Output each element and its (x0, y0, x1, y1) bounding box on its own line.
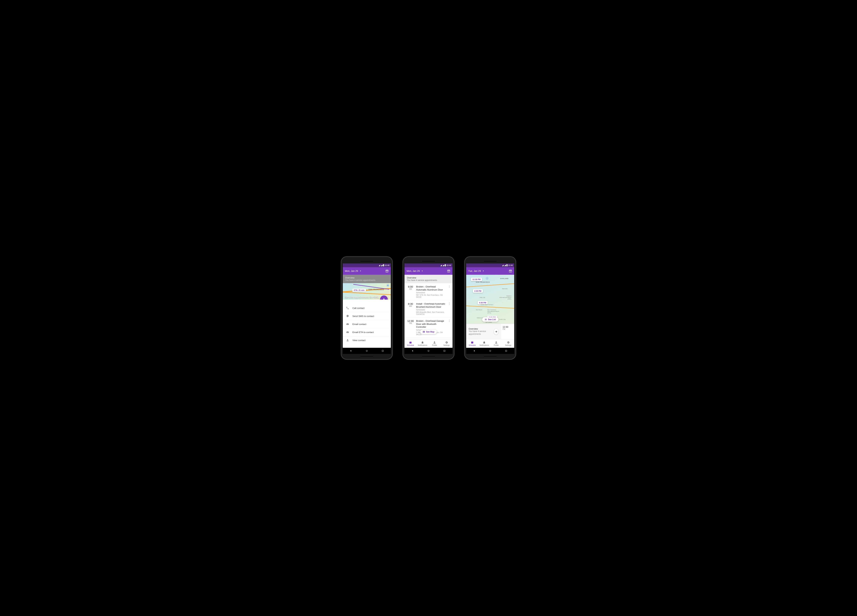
next-appointment-peek[interactable]: 12:30 PM (501, 324, 514, 339)
battery-icon (383, 265, 384, 266)
map-pin[interactable]: 2:30 PM (473, 289, 483, 293)
map-label: SAN FRANCISCO (476, 281, 490, 283)
home-icon[interactable] (489, 350, 492, 352)
see-map-chip[interactable]: See Map (420, 330, 437, 334)
appt-address: 567 27th St, San Francisco, CA 94132 (416, 294, 446, 298)
battery-icon (445, 265, 446, 266)
appointment-row[interactable]: 12:30PM Broken - Overhead Garage Door wi… (404, 317, 453, 337)
tab-notifications[interactable]: Notifications (478, 339, 490, 348)
more-icon[interactable]: ⋮ (448, 302, 451, 315)
phone-speaker (422, 261, 435, 262)
date-selector[interactable]: Mon, Jan 29 (407, 269, 420, 272)
person-icon (433, 341, 436, 344)
svg-rect-27 (485, 320, 485, 320)
status-time: 10:46 (446, 264, 451, 266)
tab-profile[interactable]: Profile (428, 339, 441, 348)
action-email-eta[interactable]: Email ETA to contact (343, 328, 391, 336)
overview-subtitle: You have 4 service appointments (407, 279, 450, 282)
home-icon[interactable] (365, 350, 368, 352)
android-nav-bar (466, 348, 514, 354)
overview-banner: Overview You have 4 service appointments (404, 275, 453, 283)
appt-time: 12:30 (407, 319, 415, 322)
svg-rect-25 (485, 319, 485, 320)
phone-icon (346, 306, 349, 310)
email-icon (346, 331, 349, 334)
tab-schedule[interactable]: Schedule (466, 339, 478, 348)
map-hero[interactable]: ETA: 21 min SAN FRANCISCO Service Appoin… (343, 283, 391, 300)
back-icon[interactable] (350, 350, 352, 352)
phone-mockup-2: 10:46 Mon, Jan 29 ▼ 29 Overview You have… (403, 257, 454, 359)
appt-ampm: AM (407, 305, 415, 307)
android-nav-bar (404, 348, 453, 354)
appointment-row[interactable]: 6:00AM Broken - Overhead Automatic Alumi… (404, 283, 453, 300)
home-icon[interactable] (427, 350, 430, 352)
appt-ampm: PM (407, 322, 415, 324)
see-map-label: See Map (426, 331, 435, 333)
chevron-down-icon[interactable]: ▼ (483, 270, 484, 272)
phone-bottom-speaker (422, 356, 435, 357)
more-icon[interactable]: ⋮ (448, 319, 451, 336)
svg-rect-19 (444, 350, 445, 351)
recents-icon[interactable] (505, 350, 507, 352)
map-label: Oakland International Airport (OAK) (499, 295, 511, 300)
appt-address: 683 Arguello Blvd, San Francisco, CA 941… (416, 311, 446, 315)
overview-card[interactable]: Overview You have 4 service appointments (466, 324, 501, 339)
map-icon (423, 331, 425, 333)
app-bar: Tue, Jan 29 ▼ 29 (466, 267, 514, 275)
tab-settings[interactable]: Settings (502, 339, 514, 348)
action-label: Call contact (353, 307, 365, 310)
tab-settings[interactable]: Settings (441, 339, 453, 348)
action-sms[interactable]: Send SMS to contact (343, 312, 391, 320)
tab-notifications[interactable]: Notifications (416, 339, 428, 348)
date-selector[interactable]: Mon, Jan 29 (345, 269, 358, 272)
app-bar: Mon, Jan 29 ▼ 29 (343, 267, 391, 275)
svg-point-4 (347, 316, 347, 316)
map-pin[interactable]: 4:30 PM (478, 301, 487, 304)
back-icon[interactable] (411, 350, 414, 352)
calendar-icon[interactable]: 29 (385, 269, 389, 273)
tab-schedule[interactable]: Schedule (404, 339, 416, 348)
svg-point-18 (428, 350, 429, 351)
recents-icon[interactable] (443, 350, 446, 352)
action-label: Email contact (353, 323, 366, 325)
android-nav-bar (343, 348, 391, 354)
action-view-contact[interactable]: View contact (343, 336, 391, 344)
appointment-title: Service Appointment SA-5951 (345, 296, 379, 299)
appt-status: Scheduled (416, 291, 446, 294)
chevron-down-icon[interactable]: ▼ (360, 270, 361, 272)
appointment-row[interactable]: 1:30PM Install - Overhead Automatic Gara… (404, 337, 453, 339)
calendar-icon[interactable]: 29 (447, 269, 450, 273)
map-pin[interactable]: 12:30 PM (471, 278, 482, 281)
chevron-down-icon[interactable]: ▼ (421, 270, 423, 272)
calendar-icon[interactable]: 29 (509, 269, 512, 273)
go-button[interactable] (494, 329, 498, 334)
action-email[interactable]: Email contact (343, 320, 391, 328)
gear-icon (507, 341, 510, 344)
see-list-chip[interactable]: See List (482, 317, 498, 322)
date-selector[interactable]: Tue, Jan 29 (468, 269, 481, 272)
more-icon[interactable]: ⋮ (448, 285, 451, 298)
navigate-fab[interactable] (380, 296, 388, 300)
svg-rect-26 (486, 319, 486, 320)
bottom-sheet[interactable]: Overview You have 4 service appointments… (466, 324, 514, 339)
svg-rect-21 (509, 270, 512, 271)
current-location-dot (387, 285, 389, 286)
android-status-bar: 10:46 (343, 263, 391, 267)
tab-label: Settings (443, 344, 450, 346)
see-list-label: See List (488, 318, 496, 321)
svg-rect-29 (471, 342, 473, 344)
svg-point-31 (489, 350, 491, 351)
back-icon[interactable] (473, 350, 476, 352)
appointment-row[interactable]: 8:30AM Install - Overhead Automatic Brus… (404, 300, 453, 317)
calendar-icon (471, 341, 474, 344)
contact-actions-list: Call contact Send SMS to contact Email c… (343, 300, 391, 344)
action-call[interactable]: Call contact (343, 304, 391, 312)
tab-label: Schedule (469, 344, 476, 346)
overview-subtitle: You have 4 service appointments (469, 330, 492, 336)
person-icon (495, 341, 498, 344)
svg-rect-11 (382, 350, 384, 351)
tab-label: Profile (432, 344, 437, 346)
tab-profile[interactable]: Profile (490, 339, 502, 348)
wifi-icon (440, 265, 442, 266)
recents-icon[interactable] (381, 350, 384, 352)
